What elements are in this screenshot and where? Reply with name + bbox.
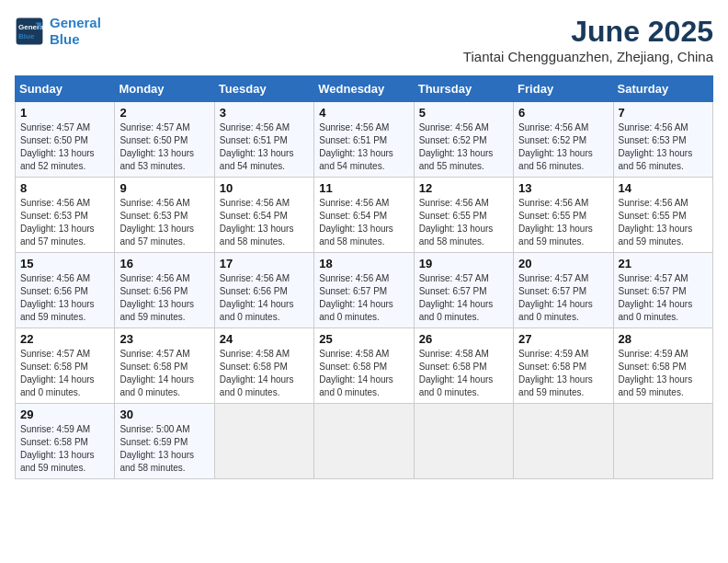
logo-icon: General Blue (15, 17, 44, 46)
calendar-cell: 3Sunrise: 4:56 AMSunset: 6:51 PMDaylight… (214, 102, 313, 178)
weekday-header-tuesday: Tuesday (214, 76, 313, 102)
weekday-header-row: SundayMondayTuesdayWednesdayThursdayFrid… (16, 76, 713, 102)
day-number: 28 (619, 332, 708, 346)
day-detail: Sunrise: 4:56 AMSunset: 6:56 PMDaylight:… (20, 272, 109, 324)
day-number: 18 (319, 257, 408, 270)
day-detail: Sunrise: 4:57 AMSunset: 6:57 PMDaylight:… (419, 272, 508, 324)
day-number: 22 (20, 332, 109, 346)
calendar-cell: 30Sunrise: 5:00 AMSunset: 6:59 PMDayligh… (115, 404, 214, 479)
day-detail: Sunrise: 4:57 AMSunset: 6:58 PMDaylight:… (119, 348, 209, 399)
header: General Blue General Blue June 2025 Tian… (15, 15, 713, 64)
day-detail: Sunrise: 4:56 AMSunset: 6:57 PMDaylight:… (319, 272, 408, 324)
calendar-table: SundayMondayTuesdayWednesdayThursdayFrid… (15, 75, 713, 479)
logo-line2: Blue (50, 31, 80, 47)
day-number: 11 (319, 181, 408, 195)
day-detail: Sunrise: 4:56 AMSunset: 6:54 PMDaylight:… (319, 197, 408, 248)
day-number: 4 (319, 106, 408, 120)
calendar-cell: 18Sunrise: 4:56 AMSunset: 6:57 PMDayligh… (314, 253, 414, 328)
week-row-3: 15Sunrise: 4:56 AMSunset: 6:56 PMDayligh… (16, 253, 713, 328)
day-detail: Sunrise: 4:56 AMSunset: 6:51 PMDaylight:… (319, 121, 408, 173)
day-detail: Sunrise: 4:57 AMSunset: 6:58 PMDaylight:… (20, 348, 109, 399)
title-area: June 2025 Tiantai Chengguanzhen, Zhejian… (463, 15, 713, 64)
day-number: 29 (20, 408, 109, 421)
week-row-2: 8Sunrise: 4:56 AMSunset: 6:53 PMDaylight… (16, 178, 713, 253)
day-detail: Sunrise: 4:58 AMSunset: 6:58 PMDaylight:… (319, 348, 408, 399)
logo: General Blue General Blue (15, 15, 101, 48)
day-number: 5 (419, 106, 508, 120)
calendar-cell: 22Sunrise: 4:57 AMSunset: 6:58 PMDayligh… (16, 328, 115, 404)
day-detail: Sunrise: 4:58 AMSunset: 6:58 PMDaylight:… (220, 348, 309, 399)
logo-line1: General (50, 15, 101, 30)
calendar-cell: 11Sunrise: 4:56 AMSunset: 6:54 PMDayligh… (314, 178, 414, 253)
day-number: 30 (119, 408, 209, 421)
subtitle: Tiantai Chengguanzhen, Zhejiang, China (463, 49, 713, 64)
calendar-cell: 14Sunrise: 4:56 AMSunset: 6:55 PMDayligh… (613, 178, 712, 253)
day-detail: Sunrise: 4:56 AMSunset: 6:52 PMDaylight:… (419, 121, 508, 173)
day-number: 21 (619, 257, 708, 270)
day-number: 27 (518, 332, 608, 346)
day-detail: Sunrise: 4:56 AMSunset: 6:55 PMDaylight:… (419, 197, 508, 248)
day-number: 8 (20, 181, 109, 195)
calendar-cell (314, 404, 414, 479)
weekday-header-wednesday: Wednesday (314, 76, 414, 102)
day-detail: Sunrise: 4:56 AMSunset: 6:55 PMDaylight:… (518, 197, 608, 248)
weekday-header-sunday: Sunday (16, 76, 115, 102)
day-number: 13 (518, 181, 608, 195)
day-detail: Sunrise: 4:57 AMSunset: 6:57 PMDaylight:… (518, 272, 608, 324)
calendar-cell: 23Sunrise: 4:57 AMSunset: 6:58 PMDayligh… (115, 328, 214, 404)
day-number: 17 (220, 257, 309, 270)
day-number: 7 (619, 106, 708, 120)
calendar-cell: 21Sunrise: 4:57 AMSunset: 6:57 PMDayligh… (613, 253, 712, 328)
calendar-cell: 13Sunrise: 4:56 AMSunset: 6:55 PMDayligh… (514, 178, 613, 253)
calendar-cell: 9Sunrise: 4:56 AMSunset: 6:53 PMDaylight… (115, 178, 214, 253)
day-number: 3 (220, 106, 309, 120)
weekday-header-monday: Monday (115, 76, 214, 102)
weekday-header-thursday: Thursday (414, 76, 513, 102)
calendar-cell: 10Sunrise: 4:56 AMSunset: 6:54 PMDayligh… (214, 178, 313, 253)
day-detail: Sunrise: 4:59 AMSunset: 6:58 PMDaylight:… (518, 348, 608, 399)
calendar-cell: 26Sunrise: 4:58 AMSunset: 6:58 PMDayligh… (414, 328, 513, 404)
day-number: 12 (419, 181, 508, 195)
day-detail: Sunrise: 4:56 AMSunset: 6:56 PMDaylight:… (119, 272, 209, 324)
day-detail: Sunrise: 4:57 AMSunset: 6:50 PMDaylight:… (20, 121, 109, 173)
calendar-cell: 1Sunrise: 4:57 AMSunset: 6:50 PMDaylight… (16, 102, 115, 178)
day-detail: Sunrise: 4:56 AMSunset: 6:53 PMDaylight:… (619, 121, 708, 173)
calendar-cell: 17Sunrise: 4:56 AMSunset: 6:56 PMDayligh… (214, 253, 313, 328)
week-row-4: 22Sunrise: 4:57 AMSunset: 6:58 PMDayligh… (16, 328, 713, 404)
day-number: 14 (619, 181, 708, 195)
day-detail: Sunrise: 4:56 AMSunset: 6:53 PMDaylight:… (119, 197, 209, 248)
calendar-cell: 20Sunrise: 4:57 AMSunset: 6:57 PMDayligh… (514, 253, 613, 328)
calendar-cell: 2Sunrise: 4:57 AMSunset: 6:50 PMDaylight… (115, 102, 214, 178)
day-detail: Sunrise: 5:00 AMSunset: 6:59 PMDaylight:… (119, 423, 209, 475)
day-number: 20 (518, 257, 608, 270)
calendar-cell: 12Sunrise: 4:56 AMSunset: 6:55 PMDayligh… (414, 178, 513, 253)
day-number: 19 (419, 257, 508, 270)
calendar-cell: 4Sunrise: 4:56 AMSunset: 6:51 PMDaylight… (314, 102, 414, 178)
weekday-header-friday: Friday (514, 76, 613, 102)
day-detail: Sunrise: 4:56 AMSunset: 6:51 PMDaylight:… (220, 121, 309, 173)
week-row-1: 1Sunrise: 4:57 AMSunset: 6:50 PMDaylight… (16, 102, 713, 178)
calendar-cell: 6Sunrise: 4:56 AMSunset: 6:52 PMDaylight… (514, 102, 613, 178)
logo-text: General Blue (50, 15, 101, 48)
day-detail: Sunrise: 4:56 AMSunset: 6:54 PMDaylight:… (220, 197, 309, 248)
main-title: June 2025 (463, 15, 713, 49)
calendar-cell (514, 404, 613, 479)
calendar-cell: 19Sunrise: 4:57 AMSunset: 6:57 PMDayligh… (414, 253, 513, 328)
calendar-cell: 5Sunrise: 4:56 AMSunset: 6:52 PMDaylight… (414, 102, 513, 178)
day-number: 26 (419, 332, 508, 346)
calendar-cell (214, 404, 313, 479)
day-number: 24 (220, 332, 309, 346)
day-number: 25 (319, 332, 408, 346)
weekday-header-saturday: Saturday (613, 76, 712, 102)
week-row-5: 29Sunrise: 4:59 AMSunset: 6:58 PMDayligh… (16, 404, 713, 479)
calendar-cell (613, 404, 712, 479)
day-number: 16 (119, 257, 209, 270)
day-number: 23 (119, 332, 209, 346)
svg-text:Blue: Blue (18, 32, 35, 40)
calendar-cell: 28Sunrise: 4:59 AMSunset: 6:58 PMDayligh… (613, 328, 712, 404)
day-number: 9 (119, 181, 209, 195)
calendar-cell: 24Sunrise: 4:58 AMSunset: 6:58 PMDayligh… (214, 328, 313, 404)
calendar-cell: 27Sunrise: 4:59 AMSunset: 6:58 PMDayligh… (514, 328, 613, 404)
calendar-cell: 25Sunrise: 4:58 AMSunset: 6:58 PMDayligh… (314, 328, 414, 404)
calendar-cell: 16Sunrise: 4:56 AMSunset: 6:56 PMDayligh… (115, 253, 214, 328)
